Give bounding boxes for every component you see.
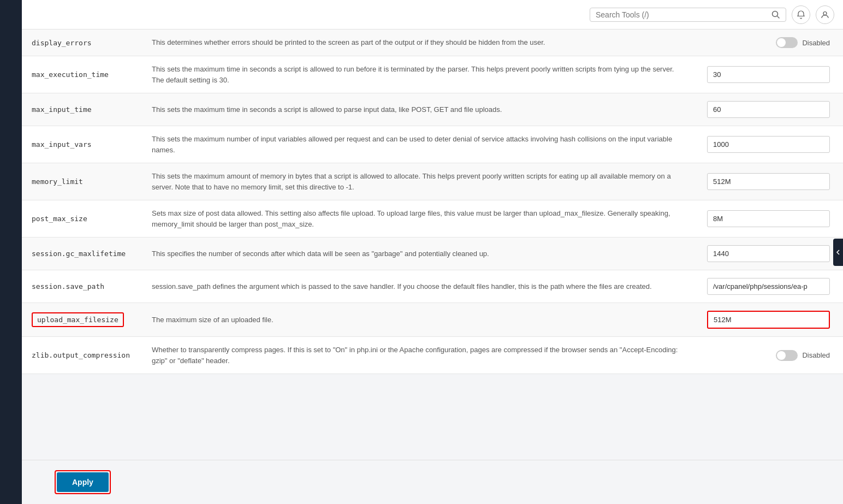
setting-name: session.gc_maxlifetime [22, 238, 142, 270]
svg-line-1 [777, 16, 780, 18]
bell-icon [797, 10, 805, 19]
svg-point-0 [773, 11, 778, 16]
setting-description: This sets the maximum number of input va… [142, 126, 697, 163]
toggle-slider [776, 350, 798, 361]
table-row: post_max_sizeSets max size of post data … [22, 200, 843, 238]
setting-value-input[interactable] [707, 173, 830, 190]
settings-table: display_errorsThis determines whether er… [22, 29, 843, 460]
profile-button[interactable] [816, 5, 834, 24]
setting-name: session.save_path [22, 270, 142, 303]
setting-description: This determines whether errors should be… [142, 29, 697, 56]
setting-description: Whether to transparently compress pages.… [142, 337, 697, 374]
toggle-label: Disabled [802, 351, 830, 359]
setting-description: The maximum size of an uploaded file. [142, 303, 697, 337]
setting-description: This sets the maximum time in seconds a … [142, 93, 697, 126]
setting-value-input[interactable] [707, 210, 830, 227]
main-content: display_errorsThis determines whether er… [22, 0, 843, 504]
setting-description: This specifies the number of seconds aft… [142, 238, 697, 270]
php-settings-table: display_errorsThis determines whether er… [22, 29, 843, 374]
search-input[interactable] [596, 10, 771, 19]
setting-value-input[interactable] [707, 136, 830, 153]
setting-value-input[interactable] [707, 245, 830, 262]
notification-button[interactable] [792, 5, 810, 24]
right-edge-tab[interactable] [833, 239, 843, 266]
table-row: max_input_timeThis sets the maximum time… [22, 93, 843, 126]
setting-description: This sets the maximum time in seconds a … [142, 56, 697, 93]
table-row: max_input_varsThis sets the maximum numb… [22, 126, 843, 163]
setting-description: Sets max size of post data allowed. This… [142, 200, 697, 238]
table-row: memory_limitThis sets the maximum amount… [22, 163, 843, 200]
setting-name: display_errors [22, 29, 142, 56]
setting-value-input[interactable] [707, 311, 830, 329]
setting-description: session.save_path defines the argument w… [142, 270, 697, 303]
chevron-left-icon [836, 249, 840, 256]
table-row: session.save_pathsession.save_path defin… [22, 270, 843, 303]
table-row: max_execution_timeThis sets the maximum … [22, 56, 843, 93]
search-icon [771, 10, 780, 19]
table-row: zlib.output_compressionWhether to transp… [22, 337, 843, 374]
setting-name: max_execution_time [22, 56, 142, 93]
table-row: upload_max_filesizeThe maximum size of a… [22, 303, 843, 337]
setting-name: max_input_time [22, 93, 142, 126]
setting-name: memory_limit [22, 163, 142, 200]
apply-wrapper: Apply [55, 470, 111, 494]
toggle-label: Disabled [802, 39, 830, 47]
setting-value-input[interactable] [707, 101, 830, 118]
svg-point-2 [823, 11, 827, 15]
search-button[interactable] [771, 10, 780, 19]
toggle-slider [776, 37, 798, 48]
footer: Apply [22, 460, 843, 504]
toggle-switch[interactable] [776, 37, 798, 48]
setting-value-input[interactable] [707, 66, 830, 83]
setting-name: post_max_size [22, 200, 142, 238]
setting-name: zlib.output_compression [22, 337, 142, 374]
setting-name-highlighted: upload_max_filesize [32, 312, 124, 327]
setting-name: max_input_vars [22, 126, 142, 163]
table-row: session.gc_maxlifetimeThis specifies the… [22, 238, 843, 270]
setting-value-input[interactable] [707, 278, 830, 295]
toggle-switch[interactable] [776, 350, 798, 361]
table-row: display_errorsThis determines whether er… [22, 29, 843, 56]
search-container [590, 8, 786, 22]
sidebar [0, 0, 22, 504]
header [22, 0, 843, 29]
user-icon [821, 10, 829, 19]
setting-description: This sets the maximum amount of memory i… [142, 163, 697, 200]
apply-button[interactable]: Apply [57, 472, 109, 492]
